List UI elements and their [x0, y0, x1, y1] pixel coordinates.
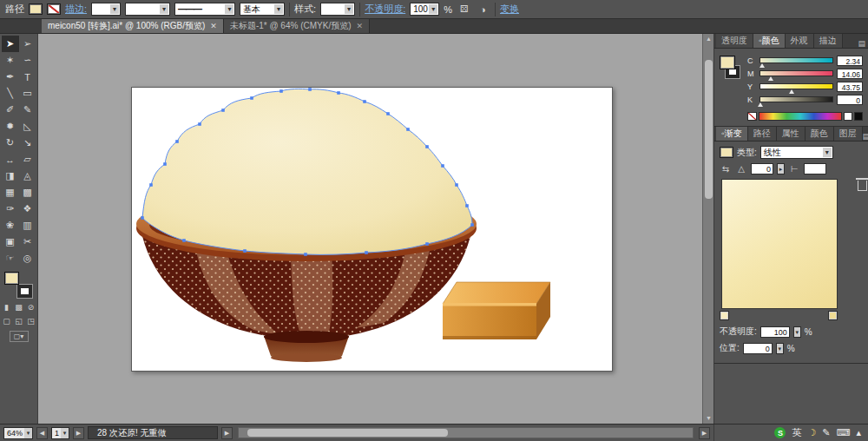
- stroke-color-swatch[interactable]: [47, 3, 61, 15]
- document-tab[interactable]: 未标题-1* @ 64% (CMYK/预览)✕: [224, 19, 370, 33]
- blend-tool[interactable]: ❖: [19, 201, 36, 217]
- lasso-tool[interactable]: ∽: [19, 52, 36, 69]
- screen-mode-button[interactable]: ▢▾: [10, 331, 29, 342]
- channel-slider[interactable]: [760, 70, 833, 76]
- spinner-icon[interactable]: ▾: [776, 343, 784, 354]
- panel-tab[interactable]: ◦颜色: [753, 34, 786, 48]
- scale-tool[interactable]: ↘: [19, 135, 36, 151]
- mesh-tool[interactable]: ▦: [2, 184, 19, 201]
- anchor-point[interactable]: [304, 253, 307, 256]
- gradient-stop-start[interactable]: [720, 311, 729, 320]
- white-swatch[interactable]: [844, 112, 852, 121]
- spinner-icon[interactable]: ▾: [793, 326, 801, 338]
- panel-tab[interactable]: 图层: [834, 127, 863, 141]
- status-display[interactable]: 28 次还原! 无重做: [88, 426, 218, 439]
- rotate-tool[interactable]: ↻: [2, 135, 19, 151]
- draw-normal-icon[interactable]: ▢: [2, 316, 11, 326]
- eraser-tool[interactable]: ◺: [19, 118, 36, 135]
- gradient-tool[interactable]: ▩: [19, 184, 36, 201]
- previous-page-icon[interactable]: ◀: [36, 427, 48, 439]
- stroke-link[interactable]: 描边:: [65, 3, 87, 16]
- butter-box[interactable]: [443, 282, 550, 339]
- anchor-point[interactable]: [308, 88, 312, 91]
- anchor-point[interactable]: [198, 122, 201, 126]
- aspect-ratio-icon[interactable]: ⊢: [788, 164, 800, 174]
- width-tool[interactable]: ↔: [2, 151, 19, 168]
- transform-link[interactable]: 变换: [500, 3, 519, 16]
- opacity-link[interactable]: 不透明度:: [365, 3, 405, 16]
- anchor-point[interactable]: [250, 96, 253, 100]
- panel-menu-icon[interactable]: ▤: [858, 39, 865, 48]
- basic-appearance-combo[interactable]: 基本: [240, 3, 285, 16]
- tray-collapse-icon[interactable]: ▴: [856, 427, 861, 438]
- gradient-position-input[interactable]: 0: [743, 343, 773, 354]
- eyedropper-tool[interactable]: ✑: [2, 201, 19, 217]
- direct-selection-tool[interactable]: ➢: [19, 36, 36, 52]
- paintbrush-tool[interactable]: ✐: [2, 102, 19, 118]
- anchor-point[interactable]: [441, 164, 444, 168]
- symbol-sprayer-tool[interactable]: ❀: [2, 217, 19, 234]
- gradient-type-combo[interactable]: 线性: [760, 146, 833, 159]
- anchor-point[interactable]: [221, 109, 225, 112]
- bowl-foot[interactable]: [264, 331, 349, 362]
- anchor-point[interactable]: [465, 204, 469, 207]
- slice-tool[interactable]: ✂: [19, 234, 36, 250]
- panel-tab[interactable]: ◦渐变: [716, 127, 748, 141]
- zoom-tool[interactable]: ◎: [19, 250, 36, 267]
- free-transform-tool[interactable]: ▱: [19, 151, 36, 168]
- canvas-area[interactable]: ▲ ▼: [38, 34, 713, 424]
- artboard-tool[interactable]: ▣: [2, 234, 19, 250]
- spinner-icon[interactable]: ▸: [777, 163, 785, 174]
- scroll-up-icon[interactable]: ▲: [703, 34, 713, 44]
- next-page-icon[interactable]: ▶: [73, 427, 84, 439]
- sogou-icon[interactable]: S: [774, 427, 786, 438]
- gradient-swatch[interactable]: [720, 147, 733, 158]
- line-tool[interactable]: ╲: [2, 85, 19, 102]
- panel-tab[interactable]: 外观: [786, 34, 814, 48]
- scroll-down-icon[interactable]: ▼: [703, 413, 713, 424]
- zoom-level-combo[interactable]: 64%: [3, 427, 33, 439]
- none-mode-icon[interactable]: ⊘: [26, 302, 36, 312]
- anchor-point[interactable]: [175, 140, 179, 143]
- color-spectrum-bar[interactable]: [759, 112, 842, 121]
- graphic-style-combo[interactable]: [320, 3, 355, 16]
- gradient-preview[interactable]: [721, 179, 838, 309]
- gradient-stop-end[interactable]: [828, 311, 838, 320]
- panel-tab[interactable]: 透明度: [716, 34, 753, 48]
- channel-value-input[interactable]: 2.34: [837, 56, 863, 66]
- variable-width-combo[interactable]: [125, 3, 170, 16]
- channel-value-input[interactable]: 14.06: [837, 69, 863, 79]
- anchor-point[interactable]: [425, 145, 429, 148]
- document-tab[interactable]: meicon50 [转换].ai* @ 100% (RGB/预览)✕: [42, 19, 224, 33]
- anchor-point[interactable]: [141, 216, 144, 220]
- panel-tab[interactable]: 属性: [777, 127, 806, 141]
- magic-wand-tool[interactable]: ✶: [2, 52, 19, 69]
- panel-fill-stroke-widget[interactable]: [720, 54, 742, 89]
- blob-brush-tool[interactable]: ✹: [2, 118, 19, 135]
- dice-icon[interactable]: ⚄: [457, 3, 471, 16]
- anchor-point[interactable]: [149, 183, 153, 187]
- horizontal-scroll-thumb[interactable]: [247, 429, 447, 437]
- perspective-grid-tool[interactable]: ◬: [19, 168, 36, 184]
- anchor-point[interactable]: [163, 162, 167, 166]
- close-icon[interactable]: ✕: [210, 22, 217, 30]
- fill-color-swatch[interactable]: [29, 3, 43, 15]
- draw-inside-icon[interactable]: ◳: [26, 316, 36, 326]
- artboard[interactable]: [131, 87, 613, 372]
- anchor-point[interactable]: [425, 242, 429, 246]
- status-menu-icon[interactable]: ▶: [221, 427, 233, 439]
- panel-tab[interactable]: 路径: [748, 127, 777, 141]
- anchor-point[interactable]: [182, 239, 186, 242]
- black-swatch[interactable]: [854, 112, 863, 121]
- panel-menu-icon[interactable]: ▤: [863, 132, 868, 141]
- channel-value-input[interactable]: 0: [837, 95, 863, 105]
- none-swatch-icon[interactable]: [747, 112, 757, 121]
- panel-fill-swatch[interactable]: [720, 56, 735, 69]
- channel-slider[interactable]: [760, 96, 833, 102]
- rice-shape[interactable]: [142, 89, 472, 254]
- shape-builder-tool[interactable]: ◨: [2, 168, 19, 184]
- shape-mode-icon[interactable]: ◑: [476, 3, 490, 16]
- vertical-scrollbar[interactable]: ▲ ▼: [702, 34, 713, 424]
- slider-thumb-icon[interactable]: [760, 63, 765, 68]
- draw-behind-icon[interactable]: ◱: [14, 316, 23, 326]
